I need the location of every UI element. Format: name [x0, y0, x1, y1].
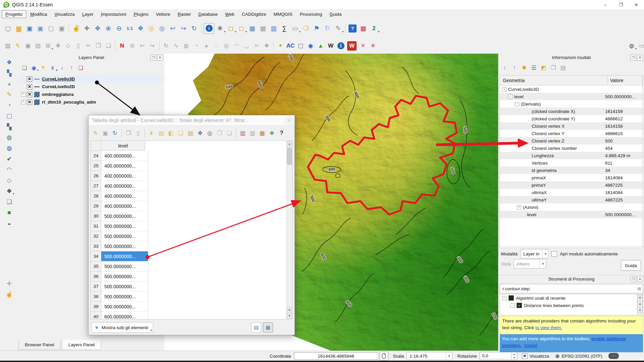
menu-item[interactable]: Guida	[326, 11, 345, 18]
expander-icon[interactable]: +	[21, 92, 25, 97]
table-row[interactable]: 37 500.0000000...	[91, 282, 287, 292]
remove-layer-icon[interactable]: ❏▾	[76, 63, 85, 72]
toolbar-icon[interactable]: ▾	[236, 129, 236, 138]
field-calculator-icon[interactable]: ▦▾	[258, 23, 268, 34]
layer-name[interactable]: rt_dtm10_pescaglia_adm	[42, 100, 96, 105]
crosshair-icon[interactable]: ✛▾	[5, 279, 14, 288]
info-circle-icon[interactable]: i▾	[336, 41, 345, 51]
invert-selection-icon[interactable]: ◧▾	[166, 129, 175, 138]
zoom-out-icon[interactable]: ⊖▾	[114, 23, 124, 34]
new-column-icon[interactable]: ▥▾	[248, 129, 257, 138]
close-icon[interactable]: ✕	[637, 55, 643, 61]
paste-features-icon[interactable]: ❏▾	[104, 41, 113, 51]
close-icon[interactable]: ✕	[157, 55, 163, 61]
row-number[interactable]: 28	[91, 191, 101, 201]
layers-checker-icon[interactable]: ▚▾	[5, 122, 14, 131]
toolbar-icon[interactable]: ▾	[69, 24, 69, 33]
qgis-ball-icon[interactable]: ◕▾	[5, 79, 14, 88]
add-ring-icon[interactable]: ◍▾	[181, 41, 191, 51]
zoom-last-icon[interactable]: ↩▾	[168, 23, 178, 34]
delete-column-icon[interactable]: ▥▾	[238, 129, 247, 138]
open-project-icon[interactable]: ▆▾	[14, 23, 24, 34]
level-cell[interactable]: 400.0000000...	[101, 181, 148, 191]
zoom-full-icon[interactable]: ✥▾	[136, 23, 146, 34]
menu-item[interactable]: Visualizza	[51, 11, 78, 18]
open-attribute-table-icon[interactable]: ▦▾	[247, 23, 257, 34]
clip-icon[interactable]: ◇▾	[5, 176, 14, 185]
level-cell[interactable]: 600.0000000...	[101, 312, 148, 319]
layer-checkbox[interactable]: ✕	[27, 92, 32, 97]
help-icon[interactable]: ?▾	[277, 129, 286, 138]
result-row[interactable]: ultimaY 4867225	[500, 196, 643, 203]
collapse-all-icon[interactable]: ↑▾	[67, 63, 76, 72]
network-analysis-icon[interactable]: ✳▾	[368, 41, 378, 51]
move-feature-icon[interactable]: ✥▾	[53, 41, 63, 51]
row-number[interactable]: 36	[91, 272, 101, 282]
row-number[interactable]: 31	[91, 221, 101, 231]
globe-blue-icon[interactable]: ◍▾	[5, 143, 14, 153]
print-results-icon[interactable]: ▤▾	[558, 63, 568, 72]
pan-to-selection-icon[interactable]: ✥▾	[196, 129, 205, 138]
spin-down-icon[interactable]: ▼	[512, 356, 517, 359]
minimize-button[interactable]: –	[598, 0, 613, 9]
row-number[interactable]: 39	[91, 302, 101, 312]
expander-icon[interactable]	[510, 303, 515, 308]
terrain-profile-icon[interactable]: ▲▾	[316, 41, 325, 51]
clear-results-icon[interactable]: ◩▾	[539, 63, 548, 72]
add-feature-icon[interactable]: ▤▾	[33, 41, 43, 51]
result-row[interactable]: Closest vertex X 1614158	[500, 122, 643, 130]
expand-tree-icon[interactable]: ↓▾	[500, 63, 509, 72]
text-annotation-icon[interactable]: ✎▾	[333, 23, 343, 34]
toolbar-icon[interactable]: ▾	[159, 41, 159, 51]
screen-capture-icon[interactable]: ▢▾	[296, 41, 305, 51]
help-icon[interactable]: ?▾	[348, 24, 357, 33]
layer-checkbox[interactable]: ✕	[27, 100, 32, 105]
new-bookmark-icon[interactable]: ⚑▾	[312, 23, 322, 34]
menu-item[interactable]: Progetto	[2, 10, 26, 18]
algorithm-item[interactable]: − Algoritmi usati di recente	[500, 294, 643, 302]
table-row[interactable]: 38 500.0000000...	[91, 292, 287, 302]
result-row[interactable]: − (Derivato)	[500, 100, 643, 108]
toolbar-icon[interactable]: ▾	[121, 129, 122, 138]
row-number[interactable]: 32	[91, 231, 101, 241]
layer-checkbox[interactable]: ✕	[27, 84, 32, 89]
copy-results-icon[interactable]: ❐▾	[549, 63, 558, 72]
polyline-node-icon[interactable]: ❖▾	[5, 186, 14, 196]
raster-tool-icon[interactable]: 2▾	[369, 23, 379, 34]
expander-icon[interactable]: −	[515, 102, 519, 106]
clear-search-icon[interactable]: ⊠	[636, 286, 643, 291]
table-row[interactable]: 36 500.0000000...	[91, 272, 287, 282]
globe-green-icon[interactable]: ◍▾	[5, 133, 14, 142]
level-cell[interactable]: 400.0000000...	[101, 151, 148, 161]
level-cell[interactable]: 500.0000000...	[101, 221, 148, 231]
table-row[interactable]: 26 400.0000000...	[91, 171, 287, 181]
expand-all-icon[interactable]: ↓▾	[58, 63, 66, 72]
run-feature-action-icon[interactable]: ✺▾	[215, 23, 225, 34]
simplify-feature-icon[interactable]: ∿▾	[171, 41, 181, 51]
row-number[interactable]: 34	[91, 251, 101, 261]
table-row[interactable]: 28 400.0000000...	[91, 191, 287, 201]
table-row[interactable]: 29 400.0000000...	[91, 201, 287, 211]
close-button[interactable]: ✕	[629, 0, 644, 9]
row-number[interactable]: 35	[91, 261, 101, 272]
dialog-title-bar[interactable]: Tabella degli attributi - CurveLivello3D…	[89, 115, 294, 126]
level-cell[interactable]: 400.0000000...	[101, 201, 148, 211]
apri-modulo-checkbox[interactable]	[551, 251, 557, 257]
save-project-as-icon[interactable]: ▣▾	[35, 23, 45, 34]
zoom-next-icon[interactable]: ↪▾	[178, 23, 189, 34]
result-row[interactable]: primaY 4867225	[500, 181, 643, 189]
scroll-up-icon[interactable]: ▲	[637, 295, 643, 300]
draw-curve-icon[interactable]: ✎▾	[5, 90, 14, 99]
copy-features-icon[interactable]: ❐▾	[94, 41, 103, 51]
delete-selected-icon[interactable]: ▯▾	[73, 41, 83, 51]
expander-icon[interactable]: −	[502, 87, 506, 92]
reshape-icon[interactable]: ◠▾	[232, 41, 241, 51]
result-row[interactable]: id geometria 34	[500, 167, 643, 174]
crs-status[interactable]: EPSG:102091 (OTF)	[561, 354, 602, 359]
scroll-up-icon[interactable]: ▲	[287, 141, 292, 147]
measure-icon[interactable]: ▭▾	[290, 23, 300, 34]
zoom-to-layer-icon[interactable]: ◎▾	[157, 23, 167, 34]
toolbar-icon[interactable]: ▾	[115, 41, 115, 51]
scrollbar-thumb[interactable]	[287, 148, 292, 165]
level-cell[interactable]: 400.0000000...	[101, 191, 148, 201]
